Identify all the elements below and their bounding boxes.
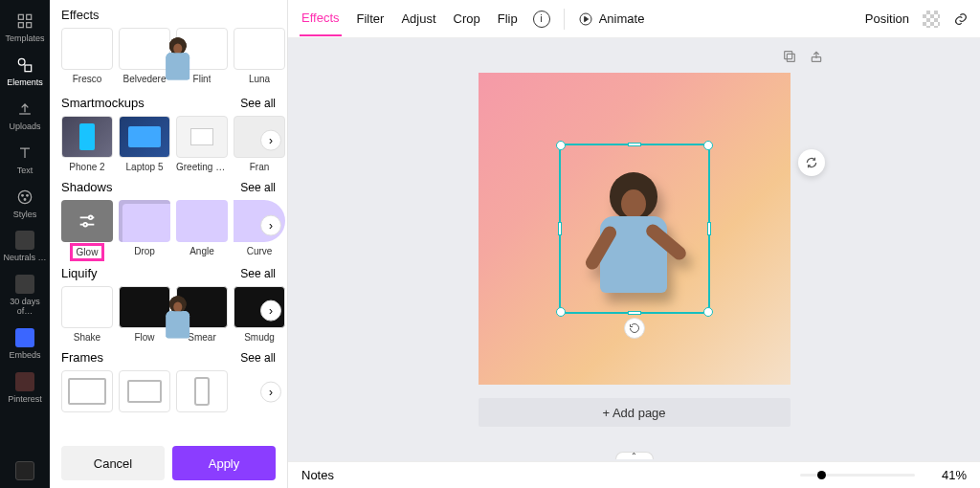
tab-filter[interactable]: Filter — [355, 11, 387, 35]
share-page-icon[interactable] — [806, 46, 827, 67]
tile-luna[interactable]: Luna — [234, 28, 285, 84]
see-all-shadows[interactable]: See all — [240, 181, 276, 194]
canvas-area[interactable]: + Add page ⌃ — [288, 38, 980, 461]
rail-embeds[interactable]: Embeds — [0, 322, 50, 366]
pinterest-icon — [15, 372, 34, 391]
see-all-smartmockups[interactable]: See all — [240, 97, 276, 110]
tab-flip[interactable]: Flip — [496, 11, 520, 35]
glow-thumb — [61, 200, 113, 242]
see-all-frames[interactable]: See all — [240, 351, 276, 365]
row-next-shadows[interactable]: › — [260, 214, 281, 235]
row-frames: › — [61, 370, 287, 422]
rail-pinterest[interactable]: Pinterest — [0, 366, 50, 410]
panel-title: Effects — [50, 8, 287, 28]
zoom-value[interactable]: 41% — [924, 468, 967, 482]
tile-smear[interactable]: Smear — [176, 286, 228, 343]
row-next-smartmockups[interactable]: › — [260, 129, 281, 150]
sliders-icon — [77, 211, 98, 232]
animate-button[interactable]: Animate — [578, 11, 645, 27]
see-all-liquify[interactable]: See all — [240, 267, 276, 280]
rail-folder-30days[interactable]: 30 days of… — [0, 269, 50, 322]
tile-glow[interactable]: Glow — [61, 200, 113, 258]
tile-fresco[interactable]: Fresco — [61, 28, 113, 84]
tile-phone2[interactable]: Phone 2 — [61, 116, 113, 172]
page-actions — [779, 46, 827, 67]
tile-drop[interactable]: Drop — [119, 200, 170, 256]
selection-box[interactable] — [559, 144, 710, 314]
effects-panel: Effects Fresco Belvedere Flint Luna Smar… — [50, 0, 288, 488]
rotate-handle[interactable] — [624, 318, 645, 339]
handle-top[interactable] — [628, 143, 641, 146]
rail-more[interactable] — [0, 455, 50, 488]
text-icon — [15, 144, 34, 163]
handle-bottom-left[interactable] — [556, 307, 566, 317]
section-head-smartmockups: Smartmockups See all — [61, 88, 287, 116]
handle-left[interactable] — [558, 222, 562, 235]
duplicate-page-icon[interactable] — [779, 46, 800, 67]
tile-frame-phone[interactable] — [176, 370, 228, 412]
rail-label: Styles — [13, 211, 37, 220]
svg-point-4 — [18, 58, 25, 65]
styles-icon — [15, 188, 34, 207]
tile-greetingcard[interactable]: Greeting car… — [176, 116, 228, 172]
templates-icon — [15, 11, 34, 31]
design-page[interactable] — [479, 73, 791, 385]
rail-label: Neutrals … — [3, 254, 46, 263]
info-icon[interactable]: i — [533, 11, 550, 28]
elements-icon — [15, 55, 34, 75]
tile-shake[interactable]: Shake — [61, 286, 113, 343]
handle-right[interactable] — [707, 222, 711, 235]
svg-rect-14 — [785, 52, 792, 59]
rail-styles[interactable]: Styles — [0, 182, 50, 226]
handle-bottom-right[interactable] — [703, 307, 713, 317]
link-icon[interactable] — [953, 11, 969, 27]
tab-effects[interactable]: Effects — [300, 11, 342, 36]
notes-button[interactable]: Notes — [301, 468, 334, 482]
tile-laptop5[interactable]: Laptop 5 — [119, 116, 170, 172]
rail-folder-neutrals[interactable]: Neutrals … — [0, 225, 50, 269]
add-page-button[interactable]: + Add page — [479, 398, 791, 427]
toolbar-divider — [564, 9, 565, 30]
rail-label: 30 days of… — [2, 298, 48, 317]
handle-top-left[interactable] — [556, 141, 566, 150]
apply-button[interactable]: Apply — [172, 446, 276, 480]
tab-adjust[interactable]: Adjust — [399, 11, 437, 35]
svg-rect-0 — [18, 14, 23, 19]
embeds-icon — [15, 328, 34, 347]
expand-pages-handle[interactable]: ⌃ — [615, 452, 654, 459]
rail-elements[interactable]: Elements — [0, 50, 50, 94]
row-next-frames[interactable]: › — [260, 382, 281, 403]
svg-rect-5 — [25, 65, 32, 72]
sync-icon — [805, 156, 818, 169]
tab-crop[interactable]: Crop — [452, 11, 482, 35]
image-subject[interactable] — [590, 176, 679, 295]
cancel-button[interactable]: Cancel — [61, 446, 165, 480]
svg-point-10 — [89, 216, 93, 220]
row-smartmockups: Phone 2 Laptop 5 Greeting car… Fran › — [61, 116, 287, 172]
tile-frame-laptop[interactable] — [119, 370, 170, 412]
handle-top-right[interactable] — [703, 141, 713, 150]
sync-button[interactable] — [798, 149, 825, 176]
svg-point-6 — [18, 190, 31, 203]
rail-label: Uploads — [9, 122, 40, 132]
section-head-liquify: Liquify See all — [61, 258, 287, 286]
svg-rect-1 — [27, 14, 32, 19]
uploads-icon — [15, 100, 34, 119]
tile-angle[interactable]: Angle — [176, 200, 228, 256]
tile-frame-monitor[interactable] — [61, 370, 113, 412]
section-head-frames: Frames See all — [61, 343, 287, 370]
zoom-slider[interactable] — [800, 474, 915, 477]
panel-scroll[interactable]: Fresco Belvedere Flint Luna Smartmockups… — [50, 28, 287, 438]
rail-label: Templates — [5, 34, 44, 44]
zoom-thumb[interactable] — [817, 471, 826, 479]
rail-text[interactable]: Text — [0, 138, 50, 182]
rail-templates[interactable]: Templates — [0, 6, 50, 50]
animate-icon — [578, 11, 593, 27]
svg-rect-13 — [787, 54, 794, 61]
row-next-liquify[interactable]: › — [260, 299, 281, 321]
handle-bottom[interactable] — [628, 311, 641, 315]
rail-uploads[interactable]: Uploads — [0, 94, 50, 138]
position-button[interactable]: Position — [865, 11, 909, 26]
rail-label: Text — [17, 166, 33, 176]
transparency-icon[interactable] — [923, 11, 940, 28]
